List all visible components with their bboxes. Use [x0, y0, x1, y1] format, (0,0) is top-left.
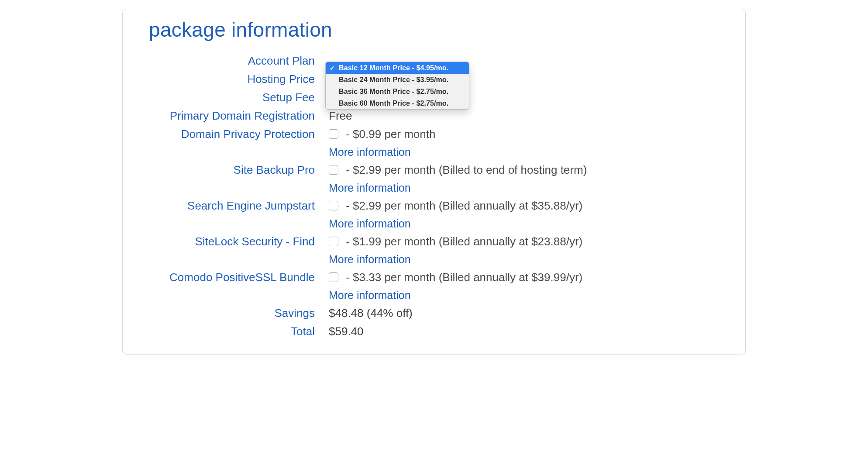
- check-icon: ✓: [330, 64, 335, 73]
- checkbox-domain-privacy[interactable]: [329, 129, 338, 139]
- dropdown-option-24mo[interactable]: Basic 24 Month Price - $3.95/mo.: [326, 74, 469, 86]
- dropdown-option-12mo[interactable]: ✓ Basic 12 Month Price - $4.95/mo.: [326, 62, 469, 74]
- more-info-domain-privacy[interactable]: More information: [329, 144, 719, 160]
- dropdown-option-36mo[interactable]: Basic 36 Month Price - $2.75/mo.: [326, 86, 469, 97]
- label-site-backup: Site Backup Pro: [149, 161, 329, 179]
- label-primary-domain: Primary Domain Registration: [149, 107, 329, 124]
- label-savings: Savings: [149, 304, 329, 322]
- page-title: package information: [149, 18, 719, 41]
- row-sej: Search Engine Jumpstart - $2.99 per mont…: [149, 197, 719, 232]
- price-sitelock: - $1.99 per month (Billed annually at $2…: [343, 235, 582, 248]
- checkbox-comodo[interactable]: [329, 272, 338, 282]
- label-domain-privacy: Domain Privacy Protection: [149, 125, 329, 143]
- more-info-sitelock[interactable]: More information: [329, 251, 719, 268]
- label-account-plan: Account Plan: [149, 52, 329, 69]
- row-primary-domain: Primary Domain Registration Free: [149, 107, 719, 124]
- checkbox-sitelock[interactable]: [329, 237, 338, 246]
- price-sej: - $2.99 per month (Billed annually at $3…: [343, 199, 582, 212]
- value-primary-domain: Free: [329, 107, 719, 124]
- dropdown-option-label: Basic 60 Month Price - $2.75/mo.: [339, 100, 448, 107]
- value-domain-privacy: - $0.99 per month More information: [329, 125, 719, 160]
- label-comodo: Comodo PositiveSSL Bundle: [149, 268, 329, 286]
- value-total: $59.40: [329, 323, 719, 340]
- row-savings: Savings $48.48 (44% off): [149, 304, 719, 322]
- label-setup-fee: Setup Fee: [149, 89, 329, 106]
- value-site-backup: - $2.99 per month (Billed to end of host…: [329, 161, 719, 196]
- value-sitelock: - $1.99 per month (Billed annually at $2…: [329, 233, 719, 268]
- row-total: Total $59.40: [149, 323, 719, 340]
- value-savings: $48.48 (44% off): [329, 304, 719, 322]
- checkbox-sej[interactable]: [329, 201, 338, 210]
- row-site-backup: Site Backup Pro - $2.99 per month (Bille…: [149, 161, 719, 196]
- label-total: Total: [149, 323, 329, 340]
- dropdown-option-label: Basic 36 Month Price - $2.75/mo.: [339, 88, 448, 95]
- dropdown-option-label: Basic 12 Month Price - $4.95/mo.: [339, 64, 448, 72]
- price-comodo: - $3.33 per month (Billed annually at $3…: [343, 271, 582, 284]
- price-site-backup: - $2.99 per month (Billed to end of host…: [343, 163, 587, 176]
- dropdown-option-label: Basic 24 Month Price - $3.95/mo.: [339, 76, 448, 83]
- more-info-comodo[interactable]: More information: [329, 287, 719, 303]
- dropdown-option-60mo[interactable]: Basic 60 Month Price - $2.75/mo.: [326, 97, 469, 109]
- label-sej: Search Engine Jumpstart: [149, 197, 329, 214]
- row-comodo: Comodo PositiveSSL Bundle - $3.33 per mo…: [149, 268, 719, 303]
- label-hosting-price: Hosting Price: [149, 70, 329, 88]
- value-sej: - $2.99 per month (Billed annually at $3…: [329, 197, 719, 232]
- checkbox-site-backup[interactable]: [329, 165, 338, 175]
- value-comodo: - $3.33 per month (Billed annually at $3…: [329, 268, 719, 303]
- row-domain-privacy: Domain Privacy Protection - $0.99 per mo…: [149, 125, 719, 160]
- more-info-sej[interactable]: More information: [329, 215, 719, 232]
- row-sitelock: SiteLock Security - Find - $1.99 per mon…: [149, 233, 719, 268]
- label-sitelock: SiteLock Security - Find: [149, 233, 329, 250]
- package-info-panel: package information Account Plan Hosting…: [122, 9, 746, 355]
- price-domain-privacy: - $0.99 per month: [343, 127, 435, 141]
- more-info-site-backup[interactable]: More information: [329, 179, 719, 196]
- account-plan-dropdown[interactable]: ✓ Basic 12 Month Price - $4.95/mo. Basic…: [325, 62, 469, 110]
